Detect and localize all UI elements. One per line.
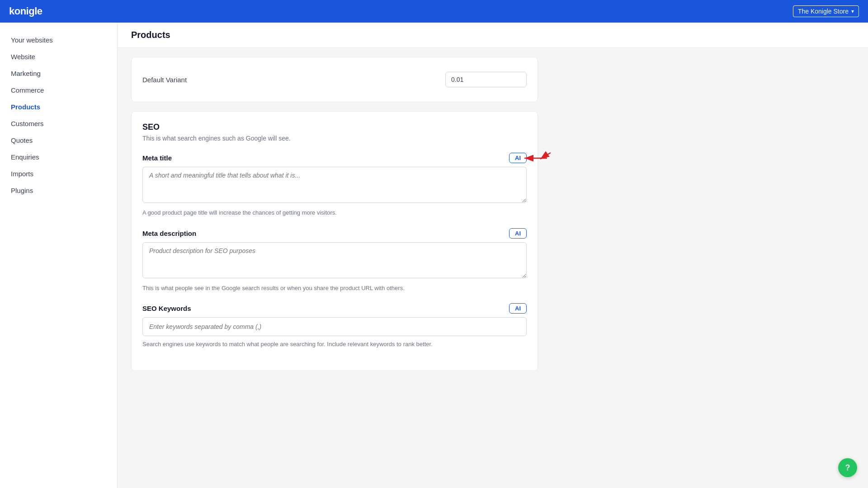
meta-description-ai-button[interactable]: AI: [509, 228, 527, 239]
sidebar-item-enquiries[interactable]: Enquiries: [0, 149, 117, 165]
seo-keywords-input[interactable]: [142, 317, 527, 336]
sidebar-item-imports[interactable]: Imports: [0, 165, 117, 182]
sidebar-item-website[interactable]: Website: [0, 48, 117, 65]
meta-description-label: Meta description: [142, 230, 196, 237]
meta-title-label: Meta title: [142, 154, 172, 162]
sidebar-item-plugins[interactable]: Plugins: [0, 182, 117, 199]
page-header: Products: [118, 23, 868, 48]
variant-label: Default Variant: [142, 76, 187, 84]
page-title: Products: [131, 30, 854, 40]
seo-keywords-section: SEO Keywords AI Search engines use keywo…: [142, 303, 527, 349]
sidebar-item-quotes[interactable]: Quotes: [0, 132, 117, 149]
help-button[interactable]: ?: [838, 458, 857, 477]
seo-section-subtitle: This is what search engines such as Goog…: [142, 135, 527, 142]
sidebar: Your websitesWebsiteMarketingCommercePro…: [0, 23, 118, 488]
seo-keywords-header: SEO Keywords AI: [142, 303, 527, 314]
store-name: The Konigle Store: [798, 8, 849, 15]
meta-description-header: Meta description AI: [142, 228, 527, 239]
seo-keywords-ai-button[interactable]: AI: [509, 303, 527, 314]
top-navigation: konigle The Konigle Store ▾: [0, 0, 868, 23]
sidebar-item-marketing[interactable]: Marketing: [0, 65, 117, 82]
meta-title-input[interactable]: [142, 167, 527, 203]
meta-description-input[interactable]: [142, 242, 527, 278]
meta-description-hint: This is what people see in the Google se…: [142, 284, 527, 293]
chevron-down-icon: ▾: [851, 8, 854, 14]
main-content: Products Default Variant SEO This is wha…: [118, 23, 868, 488]
seo-card: SEO This is what search engines such as …: [131, 111, 538, 371]
sidebar-item-products[interactable]: Products: [0, 99, 117, 115]
store-selector[interactable]: The Konigle Store ▾: [793, 5, 859, 17]
sidebar-item-commerce[interactable]: Commerce: [0, 82, 117, 99]
variant-card: Default Variant: [131, 57, 538, 102]
sidebar-item-customers[interactable]: Customers: [0, 115, 117, 132]
variant-row: Default Variant: [142, 68, 527, 91]
seo-keywords-label: SEO Keywords: [142, 305, 191, 312]
sidebar-item-your-websites[interactable]: Your websites: [0, 32, 117, 48]
meta-title-hint: A good product page title will increase …: [142, 208, 527, 217]
variant-input[interactable]: [445, 72, 527, 87]
seo-keywords-hint: Search engines use keywords to match wha…: [142, 340, 527, 349]
meta-title-header: Meta title AI: [142, 153, 527, 163]
meta-title-section: Meta title AI: [142, 153, 527, 217]
meta-description-section: Meta description AI This is what people …: [142, 228, 527, 293]
logo: konigle: [9, 5, 42, 17]
seo-section-title: SEO: [142, 122, 527, 132]
meta-title-ai-button[interactable]: AI: [509, 153, 527, 163]
